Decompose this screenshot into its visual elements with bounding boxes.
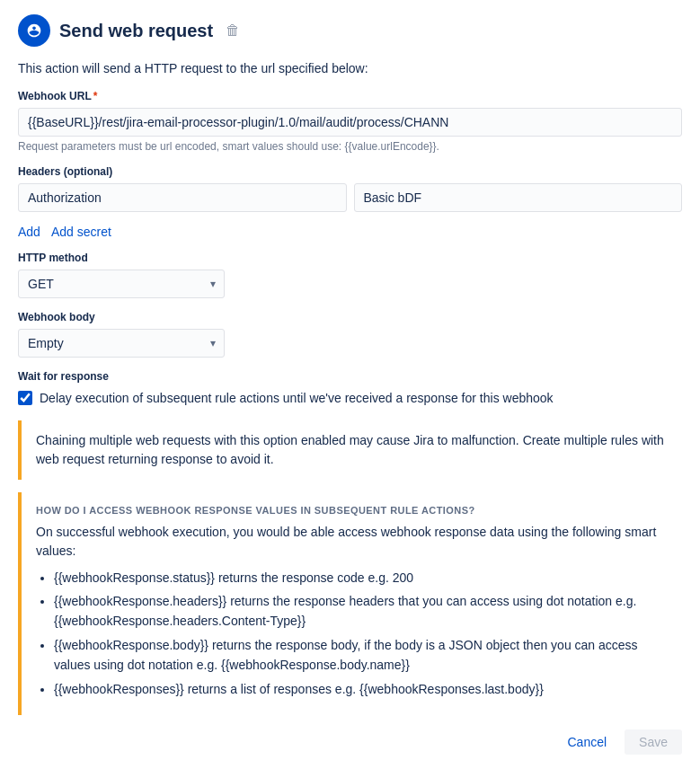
info-section-intro: On successful webhook execution, you wou…: [36, 523, 668, 561]
save-button[interactable]: Save: [625, 729, 682, 755]
header-links-row: Add Add secret: [18, 225, 682, 239]
page-header: Send web request 🗑: [18, 14, 682, 47]
list-item: {{webhookResponse.body}} returns the res…: [54, 635, 668, 676]
headers-row: [18, 183, 682, 212]
wait-checkbox[interactable]: [18, 391, 32, 405]
http-method-select-wrapper: GET POST PUT DELETE PATCH ▾: [18, 270, 225, 298]
header-key-input[interactable]: [18, 183, 347, 212]
list-item: {{webhookResponses}} returns a list of r…: [54, 679, 668, 699]
add-secret-button[interactable]: Add secret: [51, 225, 111, 239]
http-method-group: HTTP method GET POST PUT DELETE PATCH ▾: [18, 252, 682, 298]
warning-text: Chaining multiple web requests with this…: [36, 433, 664, 466]
page-container: Send web request 🗑 This action will send…: [0, 0, 700, 769]
header-value-input[interactable]: [354, 183, 683, 212]
wait-for-response-label: Wait for response: [18, 370, 682, 383]
webhook-url-input[interactable]: [18, 108, 682, 137]
app-icon-svg: [24, 21, 44, 40]
delete-icon[interactable]: 🗑: [226, 22, 240, 39]
webhook-body-label: Webhook body: [18, 311, 682, 323]
app-icon: [18, 14, 50, 47]
headers-label: Headers (optional): [18, 165, 682, 178]
actions-row: Cancel Save: [18, 729, 682, 755]
warning-banner: Chaining multiple web requests with this…: [18, 420, 682, 480]
wait-for-response-group: Wait for response Delay execution of sub…: [18, 370, 682, 408]
description-text: This action will send a HTTP request to …: [18, 61, 682, 75]
required-star: *: [93, 90, 98, 102]
webhook-url-group: Webhook URL* Request parameters must be …: [18, 90, 682, 153]
webhook-url-hint: Request parameters must be url encoded, …: [18, 140, 682, 153]
wait-checkbox-label: Delay execution of subsequent rule actio…: [40, 390, 554, 408]
list-item: {{webhookResponse.status}} returns the r…: [54, 568, 668, 588]
add-header-button[interactable]: Add: [18, 225, 40, 239]
cancel-button[interactable]: Cancel: [556, 729, 617, 755]
list-item: {{webhookResponse.headers}} returns the …: [54, 591, 668, 632]
wait-checkbox-row: Delay execution of subsequent rule actio…: [18, 390, 682, 408]
info-section: HOW DO I ACCESS WEBHOOK RESPONSE VALUES …: [18, 492, 682, 715]
webhook-body-select[interactable]: Empty Custom: [18, 329, 225, 358]
page-title: Send web request: [59, 21, 213, 41]
headers-group: Headers (optional): [18, 165, 682, 212]
http-method-label: HTTP method: [18, 252, 682, 264]
webhook-body-group: Webhook body Empty Custom ▾: [18, 311, 682, 358]
webhook-body-select-wrapper: Empty Custom ▾: [18, 329, 225, 358]
http-method-select[interactable]: GET POST PUT DELETE PATCH: [18, 270, 225, 298]
info-section-title: HOW DO I ACCESS WEBHOOK RESPONSE VALUES …: [36, 505, 668, 516]
webhook-url-label: Webhook URL*: [18, 90, 682, 102]
info-list: {{webhookResponse.status}} returns the r…: [36, 568, 668, 699]
